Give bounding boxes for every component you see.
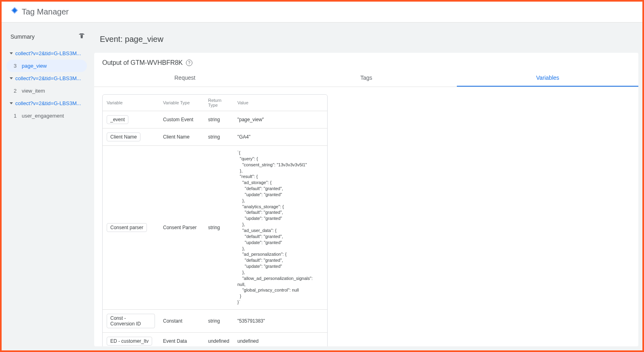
output-panel: Output of GTM-WVHBFR8K ? Request Tags Va…: [94, 53, 638, 346]
sidebar-group[interactable]: collect?v=2&tid=G-LBS3M...: [6, 47, 87, 60]
summary-label[interactable]: Summary: [10, 33, 35, 40]
sidebar-group-label: collect?v=2&tid=G-LBS3M...: [15, 75, 81, 81]
th-variable: Variable: [103, 95, 159, 111]
logo-wrap: Tag Manager: [8, 7, 69, 17]
tab-request[interactable]: Request: [94, 70, 276, 87]
variable-type: Client Name: [159, 128, 204, 145]
tab-tags[interactable]: Tags: [276, 70, 457, 87]
sidebar-item-label: view_item: [22, 88, 45, 94]
table-row: ED - customer_ltvEvent Dataundefinedunde…: [103, 332, 327, 346]
caret-down-icon: [10, 102, 13, 104]
event-title: Event: page_view: [90, 23, 642, 53]
value-text: "GA4": [237, 134, 251, 140]
variable-chip[interactable]: Client Name: [107, 133, 140, 141]
body: Summary collect?v=2&tid=G-LBS3M...3page_…: [2, 23, 642, 350]
summary-row: Summary: [6, 31, 87, 46]
tabs: Request Tags Variables: [94, 70, 638, 87]
tag-manager-icon: [8, 7, 18, 17]
sidebar-item[interactable]: 3page_view: [6, 60, 87, 72]
return-type: string: [204, 111, 233, 128]
variable-chip[interactable]: _event: [107, 115, 128, 124]
sidebar-item-num: 1: [14, 113, 19, 119]
return-type: string: [204, 309, 233, 332]
caret-down-icon: [10, 77, 13, 79]
variables-table-wrap[interactable]: Variable Variable Type Return Type Value…: [94, 87, 638, 346]
output-row: Output of GTM-WVHBFR8K ?: [94, 53, 638, 70]
th-type: Variable Type: [159, 95, 204, 111]
sidebar-item[interactable]: 1user_engagement: [6, 110, 87, 122]
variable-chip[interactable]: Const - Conversion ID: [107, 314, 155, 328]
sidebar-group-label: collect?v=2&tid=G-LBS3M...: [15, 50, 81, 56]
sidebar-item-label: user_engagement: [22, 113, 64, 119]
tab-variables[interactable]: Variables: [457, 70, 638, 87]
table-row: _eventCustom Eventstring"page_view": [103, 111, 327, 128]
variable-type: Custom Event: [159, 111, 204, 128]
return-type: string: [204, 128, 233, 145]
variable-chip[interactable]: ED - customer_ltv: [107, 337, 152, 346]
variables-table: Variable Variable Type Return Type Value…: [102, 94, 328, 346]
help-icon[interactable]: ?: [186, 60, 192, 66]
sidebar-item-label: page_view: [22, 63, 47, 69]
sidebar-item-num: 2: [14, 88, 19, 94]
app-frame: Tag Manager Summary collect?v=2&tid=G-LB…: [0, 0, 644, 352]
sidebar-group[interactable]: collect?v=2&tid=G-LBS3M...: [6, 72, 87, 85]
main: Event: page_view Output of GTM-WVHBFR8K …: [90, 23, 642, 350]
variable-type: Consent Parser: [159, 145, 204, 309]
table-row: Consent parserConsent Parserstring`{ "qu…: [103, 145, 327, 309]
sidebar: Summary collect?v=2&tid=G-LBS3M...3page_…: [2, 23, 90, 350]
sidebar-item-num: 3: [14, 63, 19, 69]
sidebar-group-label: collect?v=2&tid=G-LBS3M...: [15, 100, 81, 106]
sidebar-group[interactable]: collect?v=2&tid=G-LBS3M...: [6, 97, 87, 110]
value-text: "page_view": [237, 117, 264, 122]
sidebar-tree: collect?v=2&tid=G-LBS3M...3page_viewcoll…: [6, 47, 87, 122]
th-value: Value: [233, 95, 327, 111]
th-return-type: Return Type: [204, 95, 233, 111]
value-pre: `{ "query": { "consent_string": "13v3v3v…: [237, 150, 323, 305]
variable-type: Constant: [159, 309, 204, 332]
value-text: undefined: [237, 338, 259, 344]
output-label: Output of GTM-WVHBFR8K: [102, 59, 183, 66]
table-row: Client NameClient Namestring"GA4": [103, 128, 327, 145]
app-title: Tag Manager: [22, 7, 69, 17]
variable-type: Event Data: [159, 332, 204, 346]
value-text: "535791383": [237, 318, 265, 324]
return-type: string: [204, 145, 233, 309]
sidebar-item[interactable]: 2view_item: [6, 85, 87, 97]
return-type: undefined: [204, 332, 233, 346]
topbar: Tag Manager: [2, 2, 642, 23]
table-row: Const - Conversion IDConstantstring"5357…: [103, 309, 327, 332]
caret-down-icon: [10, 52, 13, 54]
variable-chip[interactable]: Consent parser: [107, 223, 147, 232]
clear-icon[interactable]: [78, 32, 85, 41]
